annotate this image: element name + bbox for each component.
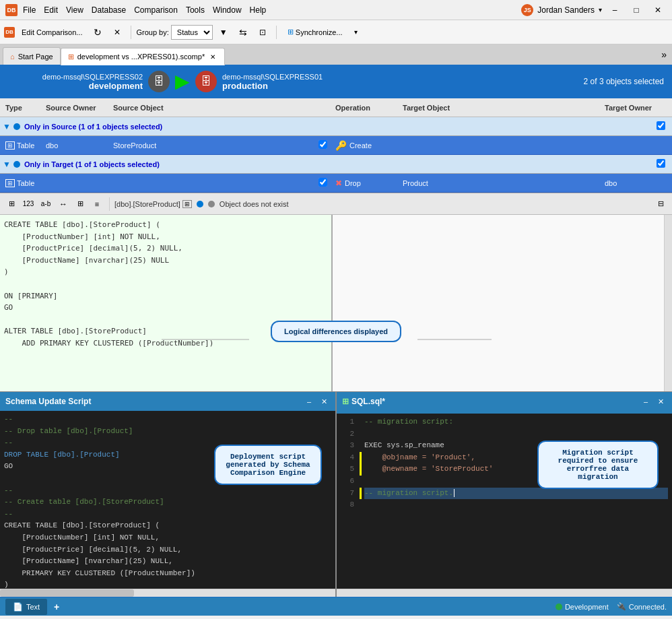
group2-data-row[interactable]: ⊞ Table ✖ Drop Product dbo bbox=[0, 174, 672, 193]
diff-view-options-button[interactable]: ⊟ bbox=[653, 197, 668, 211]
connected-label: Connected. bbox=[629, 603, 667, 611]
group-by-label: Group by: bbox=[136, 28, 168, 36]
group1-row[interactable]: ▼ Only in Source (1 of 1 objects selecte… bbox=[0, 117, 672, 136]
toolbar: DB Edit Comparison... ↻ ✕ Group by: Stat… bbox=[0, 20, 672, 44]
sql-line-1: -- migration script: bbox=[364, 416, 668, 428]
group1-checkbox[interactable] bbox=[657, 121, 665, 130]
diff-btn-menu[interactable]: ≡ bbox=[90, 197, 104, 211]
col-op-header: Operation bbox=[333, 104, 400, 112]
connected-indicator: 🔌 Connected. bbox=[617, 602, 667, 611]
schema-script-body[interactable]: -- -- Drop table [dbo].[Product] -- DROP… bbox=[0, 411, 335, 589]
refresh-button[interactable]: ↻ bbox=[89, 24, 106, 41]
schema-close-button[interactable]: ✕ bbox=[318, 395, 330, 408]
sql-minimize-button[interactable]: – bbox=[640, 395, 652, 408]
connected-icon: 🔌 bbox=[617, 602, 626, 611]
group2-checkbox[interactable] bbox=[657, 159, 665, 168]
right-db-icon: 🗄 bbox=[195, 71, 217, 92]
status-bar: 📄 Text + Development 🔌 Connected. bbox=[0, 597, 672, 616]
diff-right-status-label: Object does not exist bbox=[220, 200, 289, 208]
sql-v-scrollbar[interactable] bbox=[337, 589, 672, 597]
edit-icon: DB bbox=[4, 27, 15, 38]
code-line-8: -- Create table [dbo].[StoreProduct] bbox=[4, 496, 331, 509]
menu-tools[interactable]: Tools bbox=[186, 5, 205, 15]
sync-dropdown-button[interactable]: ▾ bbox=[351, 24, 362, 41]
schema-script-header: Schema Update Script – ✕ bbox=[0, 392, 335, 411]
menu-help[interactable]: Help bbox=[250, 5, 267, 15]
schema-h-scrollbar[interactable] bbox=[0, 589, 335, 597]
group1-expander-icon[interactable]: ▼ bbox=[3, 122, 11, 131]
diff-btn-ab[interactable]: a-b bbox=[38, 197, 54, 211]
diff-right-scrollbar[interactable] bbox=[664, 215, 672, 391]
code-line-15: ) bbox=[4, 579, 331, 589]
title-bar: DB File Edit View Database Comparison To… bbox=[0, 0, 672, 20]
group1-label: Only in Source (1 of 1 objects selected) bbox=[24, 123, 162, 131]
diff-left-pane[interactable]: CREATE TABLE [dbo].[StoreProduct] ( [Pro… bbox=[0, 215, 333, 391]
status-tab-text[interactable]: 📄 Text bbox=[5, 599, 47, 615]
toolbar-separator-2 bbox=[276, 26, 277, 39]
diff-btn-grid[interactable]: ⊞ bbox=[73, 197, 88, 211]
tab-comparison[interactable]: ⊞ development vs ...XPRESS01).scomp* ✕ bbox=[61, 48, 226, 65]
left-db-name: development bbox=[89, 81, 143, 91]
filter-button[interactable]: ▼ bbox=[215, 24, 232, 41]
g1-chk-cell[interactable] bbox=[312, 140, 333, 150]
code-line-1: -- bbox=[4, 414, 331, 426]
sql-editor-icon: ⊞ bbox=[342, 397, 349, 406]
fit-button[interactable]: ⊡ bbox=[254, 24, 271, 41]
g1-type-cell: ⊞ Table bbox=[3, 141, 43, 150]
group-by-select[interactable]: Status bbox=[171, 25, 213, 40]
menu-view[interactable]: View bbox=[66, 5, 83, 15]
sync-icon: ⊞ bbox=[288, 28, 294, 36]
diff-grid-icon: ⊞ bbox=[182, 200, 192, 208]
col-src-obj-header: Source Object bbox=[110, 104, 312, 112]
drop-icon: ✖ bbox=[335, 178, 342, 188]
sql-bubble: Migration script required to ensure erro… bbox=[537, 441, 659, 489]
diff-right-pane[interactable] bbox=[333, 215, 664, 391]
sql-yellow-markers bbox=[360, 416, 362, 586]
g1-row-checkbox[interactable] bbox=[318, 140, 327, 149]
group2-row[interactable]: ▼ Only in Target (1 of 1 objects selecte… bbox=[0, 155, 672, 174]
group2-expander-icon[interactable]: ▼ bbox=[3, 160, 11, 169]
code-line-7: -- bbox=[4, 485, 331, 497]
menu-file[interactable]: File bbox=[23, 5, 36, 15]
development-indicator: Development bbox=[556, 603, 609, 611]
diff-btn-swap[interactable]: ↔ bbox=[56, 197, 71, 211]
diff-btn-para[interactable]: ⊞ bbox=[4, 197, 19, 211]
schema-script-title: Schema Update Script bbox=[5, 397, 91, 406]
menu-edit[interactable]: Edit bbox=[44, 5, 58, 15]
g2-row-checkbox[interactable] bbox=[318, 178, 327, 187]
synchronize-button[interactable]: ⊞ Synchronize... bbox=[281, 24, 349, 41]
status-right: Development 🔌 Connected. bbox=[556, 602, 667, 611]
tab-close-icon[interactable]: ✕ bbox=[208, 52, 217, 61]
g2-tgt-obj-cell: Product bbox=[400, 179, 602, 187]
g1-src-obj-cell: StoreProduct bbox=[110, 141, 312, 150]
maximize-button[interactable]: □ bbox=[628, 3, 645, 17]
sql-close-button[interactable]: ✕ bbox=[654, 395, 667, 408]
tab-start-page[interactable]: ⌂ Start Page bbox=[3, 47, 61, 65]
sql-editor-body[interactable]: 1 2 3 4 5 6 7 8 -- migration script: E bbox=[337, 414, 672, 589]
close-button[interactable]: ✕ bbox=[649, 3, 667, 17]
diff-btn-number[interactable]: 123 bbox=[21, 197, 36, 211]
sql-editor-title: SQL.sql* bbox=[351, 397, 385, 406]
swap-button[interactable]: ⇆ bbox=[234, 24, 252, 41]
user-dropdown-icon[interactable]: ▾ bbox=[599, 6, 602, 13]
diff-toolbar: ⊞ 123 a-b ↔ ⊞ ≡ [dbo].[StoreProduct] ⊞ O… bbox=[0, 193, 672, 215]
diff-bubble: Logical differences displayed bbox=[271, 321, 401, 342]
menu-comparison[interactable]: Comparison bbox=[134, 5, 178, 15]
grid-header: Type Source Owner Source Object Operatio… bbox=[0, 98, 672, 117]
g1-op-cell: 🔑 Create bbox=[333, 140, 400, 151]
edit-comparison-button[interactable]: Edit Comparison... bbox=[17, 24, 87, 41]
tabs-overflow-button[interactable]: » bbox=[656, 44, 672, 65]
right-server-label: demo-mssql\SQLEXPRESS01 bbox=[222, 73, 323, 81]
toolbar-close-button[interactable]: ✕ bbox=[108, 24, 126, 41]
menu-database[interactable]: Database bbox=[92, 5, 126, 15]
minimize-button[interactable]: – bbox=[606, 3, 624, 17]
g2-chk-cell[interactable] bbox=[312, 178, 333, 188]
menu-window[interactable]: Window bbox=[213, 5, 242, 15]
status-tab-add-button[interactable]: + bbox=[50, 600, 63, 614]
code-line-13: [ProductName] [nvarchar](25) NULL, bbox=[4, 556, 331, 568]
group1-data-row[interactable]: ⊞ Table dbo StoreProduct 🔑 Create bbox=[0, 136, 672, 155]
g2-type-cell: ⊞ Table bbox=[3, 179, 43, 187]
schema-minimize-button[interactable]: – bbox=[303, 395, 315, 408]
bottom-section: Schema Update Script – ✕ -- -- Drop tabl… bbox=[0, 391, 672, 597]
diff-left-object-label: [dbo].[StoreProduct] bbox=[114, 200, 180, 208]
